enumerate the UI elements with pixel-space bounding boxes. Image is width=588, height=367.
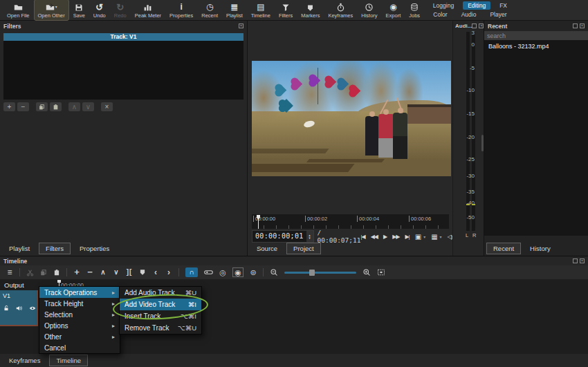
append-button[interactable]: + bbox=[73, 268, 80, 276]
menu-item-selection[interactable]: Selection▸ bbox=[39, 309, 120, 320]
tab-recent[interactable]: Recent bbox=[486, 243, 521, 254]
copy-filter-button[interactable] bbox=[36, 102, 48, 111]
mode-tab-logging[interactable]: Logging bbox=[428, 1, 459, 10]
cut-button[interactable] bbox=[26, 269, 34, 276]
split-button[interactable]: ][ bbox=[126, 268, 133, 276]
save-button[interactable]: Save bbox=[69, 0, 89, 21]
paste-button[interactable] bbox=[53, 269, 60, 276]
menu-item-remove-track[interactable]: Remove Track⌥⌘U bbox=[120, 322, 201, 334]
paste-filter-button[interactable] bbox=[50, 102, 62, 111]
skip-to-end-button[interactable]: ▶| bbox=[405, 234, 409, 240]
move-filter-up-button[interactable]: ∧ bbox=[68, 102, 80, 111]
float-icon[interactable] bbox=[472, 23, 477, 28]
grid-button[interactable]: ▦ bbox=[431, 233, 437, 241]
timeline-button[interactable]: ▤ Timeline bbox=[247, 0, 275, 21]
scrub-while-dragging-button[interactable] bbox=[204, 269, 213, 276]
previous-marker-button[interactable]: ‹ bbox=[152, 268, 159, 276]
fast-forward-button[interactable]: ▶▶ bbox=[392, 234, 399, 240]
dropdown-caret-icon[interactable]: ▾ bbox=[423, 234, 425, 239]
filter-list[interactable] bbox=[3, 41, 244, 100]
ripple-button[interactable]: ◎ bbox=[219, 268, 226, 276]
recent-list-item[interactable]: Balloons - 32132.mp4 bbox=[484, 40, 588, 52]
menu-item-other[interactable]: Other▸ bbox=[39, 331, 120, 342]
volume-button[interactable]: ◁) bbox=[448, 234, 452, 240]
next-marker-button[interactable]: › bbox=[165, 268, 172, 276]
zoom-in-button[interactable] bbox=[362, 268, 371, 276]
spin-down-icon[interactable]: ▾ bbox=[309, 236, 311, 239]
skip-to-start-button[interactable]: |◀ bbox=[360, 234, 365, 240]
overwrite-button[interactable]: ∨ bbox=[113, 268, 120, 276]
undo-button[interactable]: ↺ Undo bbox=[89, 0, 110, 21]
mode-tab-color[interactable]: Color bbox=[428, 10, 452, 19]
tab-playlist[interactable]: Playlist bbox=[2, 243, 37, 254]
ripple-markers-button[interactable]: ⊚ bbox=[250, 268, 257, 276]
current-timecode-field[interactable]: 00:00:00;01 ▴▾ bbox=[252, 230, 314, 243]
close-icon[interactable]: × bbox=[479, 23, 484, 28]
ripple-all-tracks-button[interactable]: ◉ bbox=[232, 267, 244, 277]
open-other-button[interactable]: ▾ Open Other bbox=[34, 0, 69, 21]
tab-source[interactable]: Source bbox=[250, 243, 284, 254]
tab-history[interactable]: History bbox=[523, 243, 558, 254]
properties-button[interactable]: i Properties bbox=[165, 0, 197, 21]
menu-item-track-height[interactable]: Track Height▸ bbox=[39, 298, 120, 309]
ripple-delete-button[interactable]: − bbox=[86, 268, 93, 276]
zoom-fit-button[interactable] bbox=[377, 268, 385, 276]
move-filter-down-button[interactable]: ∨ bbox=[82, 102, 94, 111]
export-button[interactable]: ◉ Export bbox=[382, 0, 405, 21]
add-filter-button[interactable]: + bbox=[3, 102, 15, 111]
playlist-button[interactable]: ≣ Playlist bbox=[222, 0, 247, 21]
tab-timeline[interactable]: Timeline bbox=[49, 355, 88, 366]
timeline-menu-button[interactable]: ≡ bbox=[6, 268, 13, 276]
menu-item-insert-track[interactable]: Insert Track⌥⌘I bbox=[120, 310, 201, 322]
tab-keyframes[interactable]: Keyframes bbox=[2, 355, 47, 366]
lift-button[interactable]: ∧ bbox=[100, 268, 107, 276]
timecode-stepper[interactable]: ▴▾ bbox=[306, 231, 313, 242]
rewind-button[interactable]: ◀◀ bbox=[371, 234, 378, 240]
hide-eye-icon[interactable] bbox=[28, 305, 37, 312]
close-icon[interactable]: × bbox=[239, 23, 244, 28]
float-icon[interactable] bbox=[573, 258, 578, 263]
remove-filter-button[interactable]: − bbox=[17, 102, 29, 111]
video-preview[interactable] bbox=[252, 61, 451, 176]
mode-tab-editing[interactable]: Editing bbox=[463, 1, 490, 10]
menu-item-options[interactable]: Options▸ bbox=[39, 320, 120, 331]
menu-item-add-video-track[interactable]: Add Video Track⌘I bbox=[120, 299, 201, 310]
float-icon[interactable] bbox=[573, 23, 578, 28]
lock-icon[interactable] bbox=[3, 305, 10, 312]
recent-button[interactable]: ◷ Recent bbox=[197, 0, 222, 21]
jobs-button[interactable]: Jobs bbox=[405, 0, 424, 21]
mode-tab-audio[interactable]: Audio bbox=[457, 10, 481, 19]
search-input[interactable] bbox=[484, 31, 588, 40]
snap-magnet-button[interactable]: ∩ bbox=[185, 267, 198, 277]
zoom-out-button[interactable] bbox=[270, 268, 278, 276]
tab-properties[interactable]: Properties bbox=[73, 243, 116, 254]
zoom-slider[interactable] bbox=[284, 272, 356, 274]
redo-button[interactable]: ↻ Redo bbox=[110, 0, 131, 21]
tab-project[interactable]: Project bbox=[286, 243, 321, 254]
menu-item-add-audio-track[interactable]: Add Audio Track⌘U bbox=[120, 287, 201, 299]
mode-tab-fx[interactable]: FX bbox=[495, 1, 512, 10]
deselect-filter-button[interactable]: × bbox=[101, 102, 113, 111]
dropdown-caret-icon[interactable]: ▾ bbox=[440, 234, 442, 239]
filters-button[interactable]: Filters bbox=[275, 0, 297, 21]
history-button[interactable]: History bbox=[357, 0, 381, 21]
copy-button[interactable] bbox=[40, 269, 47, 276]
vertical-scrollbar[interactable] bbox=[481, 135, 484, 151]
play-button[interactable]: ▶ bbox=[383, 234, 387, 240]
close-icon[interactable]: × bbox=[580, 23, 585, 28]
menu-item-cancel[interactable]: Cancel bbox=[39, 342, 120, 353]
track-head-v1[interactable]: V1 bbox=[0, 290, 38, 326]
close-icon[interactable]: × bbox=[580, 258, 585, 263]
mode-tab-player[interactable]: Player bbox=[485, 10, 511, 19]
player-playhead[interactable] bbox=[258, 215, 259, 229]
markers-button[interactable]: Markers bbox=[297, 0, 324, 21]
player-timeline-ruler[interactable]: 00:00:00 00:00:02 00:00:04 00:00:06 bbox=[252, 214, 449, 229]
zoom-fit-button[interactable]: ▣ bbox=[415, 233, 421, 241]
tab-filters[interactable]: Filters bbox=[39, 243, 71, 254]
marker-button[interactable] bbox=[139, 269, 146, 276]
keyframes-button[interactable]: Keyframes bbox=[324, 0, 357, 21]
timeline-tracks-area[interactable]: Output 00:00:00 V1 Track Operations▸ Tra… bbox=[0, 279, 588, 354]
open-file-button[interactable]: Open File bbox=[3, 0, 34, 21]
menu-item-track-operations[interactable]: Track Operations▸ bbox=[39, 287, 120, 298]
peak-meter-button[interactable]: Peak Meter bbox=[131, 0, 165, 21]
